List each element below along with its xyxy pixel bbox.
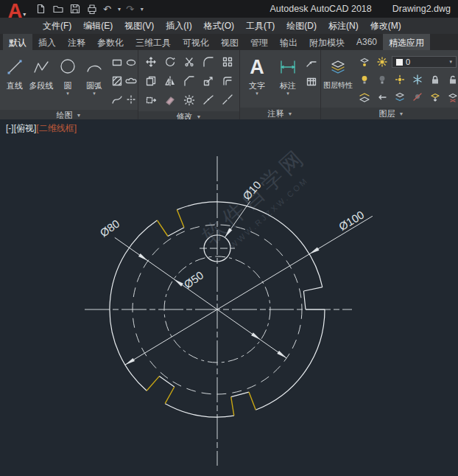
menu-draw[interactable]: 绘图(D)	[281, 18, 323, 35]
line-icon	[6, 53, 24, 81]
arc-tool-button[interactable]: 圆弧 ▾	[81, 52, 108, 110]
viewport-menu-control[interactable]: [-]	[6, 123, 14, 133]
layer-prev-icon[interactable]	[374, 89, 390, 105]
menu-file[interactable]: 文件(F)	[37, 18, 77, 35]
tab-view[interactable]: 视图	[215, 34, 244, 50]
dimension-tool-button[interactable]: 标注 ▾	[272, 52, 303, 108]
explode-icon[interactable]	[181, 92, 197, 108]
viewport-controls[interactable]: [-][俯视][二维线框]	[6, 122, 77, 135]
copy-icon[interactable]	[143, 73, 159, 89]
freeze-icon[interactable]	[409, 71, 426, 88]
text-dropdown-icon[interactable]: ▾	[256, 91, 258, 97]
undo-icon[interactable]: ↶	[103, 4, 111, 14]
panel-modify-expand-icon[interactable]: ▼	[197, 114, 202, 119]
new-file-icon[interactable]	[35, 3, 47, 15]
panel-annotate-footer[interactable]: 注释 ▼	[240, 108, 320, 119]
bulb-off-icon[interactable]	[374, 71, 390, 88]
app-menu-arrow-icon: ▾	[23, 11, 26, 18]
modify-tools-grid	[140, 52, 239, 111]
unlock-icon[interactable]	[445, 71, 458, 88]
tab-annotate[interactable]: 注释	[62, 34, 91, 50]
qat-menu-arrow-icon[interactable]: ▾	[141, 6, 144, 13]
autocad-app-button[interactable]: A ▾	[3, 1, 31, 32]
tab-insert[interactable]: 插入	[32, 34, 62, 50]
erase-icon[interactable]	[162, 92, 178, 108]
tab-home[interactable]: 默认	[3, 34, 32, 50]
undo-dropdown-icon[interactable]: ▾	[118, 6, 121, 13]
layer-isolate-icon[interactable]	[356, 54, 373, 70]
panel-draw-expand-icon[interactable]: ▼	[77, 113, 82, 118]
autocad-logo: A	[8, 1, 23, 23]
layer-delete-icon[interactable]	[445, 89, 458, 105]
tab-featured-apps[interactable]: 精选应用	[383, 34, 430, 50]
tab-output[interactable]: 输出	[274, 34, 303, 50]
tab-parametric[interactable]: 参数化	[91, 34, 130, 50]
viewport-visual-style-control[interactable]: [二维线框]	[36, 123, 77, 133]
text-tool-button[interactable]: A 文字 ▾	[242, 52, 272, 108]
menu-view[interactable]: 视图(V)	[119, 18, 160, 35]
revision-cloud-icon[interactable]	[123, 73, 139, 89]
layer-select[interactable]: 0 ▾	[392, 56, 457, 68]
drawing-canvas[interactable]: [-][俯视][二维线框] 软件自学网 WWW.RJZXW.COM	[0, 119, 458, 476]
open-folder-icon[interactable]	[52, 3, 64, 15]
panel-annotate: A 文字 ▾ 标注 ▾ 注释 ▼	[240, 50, 321, 119]
dimension-dropdown-icon[interactable]: ▾	[286, 91, 289, 97]
fillet-icon[interactable]	[200, 54, 216, 70]
tab-a360[interactable]: A360	[350, 34, 383, 50]
layer-match-icon[interactable]	[356, 89, 373, 105]
menu-modify[interactable]: 修改(M)	[364, 18, 407, 35]
sun-small-icon[interactable]	[392, 71, 408, 88]
arc-dropdown-icon[interactable]: ▾	[93, 91, 96, 97]
ribbon: 直线 多段线 圆 ▾ 圆弧 ▾	[0, 50, 458, 119]
menu-format[interactable]: 格式(O)	[198, 18, 240, 35]
polyline-tool-button[interactable]: 多段线	[28, 52, 54, 110]
circle-dropdown-icon[interactable]: ▾	[66, 91, 69, 97]
line-tool-button[interactable]: 直线	[1, 52, 28, 110]
menubar: 文件(F) 编辑(E) 视图(V) 插入(I) 格式(O) 工具(T) 绘图(D…	[0, 18, 458, 34]
menu-insert[interactable]: 插入(I)	[160, 18, 197, 35]
mirror-icon[interactable]	[162, 73, 178, 89]
multileader-icon[interactable]	[303, 55, 320, 71]
layer-off-icon[interactable]	[409, 89, 426, 105]
offset-icon[interactable]	[219, 73, 236, 89]
panel-layers-footer[interactable]: 图层 ▼	[321, 108, 458, 119]
panel-layers-expand-icon[interactable]: ▼	[399, 111, 404, 116]
move-icon[interactable]	[143, 54, 159, 70]
scale-icon[interactable]	[200, 73, 216, 89]
tab-visualize[interactable]: 可视化	[177, 34, 215, 50]
tab-manage[interactable]: 管理	[244, 34, 274, 50]
lock-icon[interactable]	[427, 71, 443, 88]
ellipse-icon[interactable]	[123, 55, 139, 71]
rotate-icon[interactable]	[162, 54, 178, 70]
menu-tools[interactable]: 工具(T)	[240, 18, 281, 35]
trim-icon[interactable]	[181, 54, 197, 70]
panel-annotate-expand-icon[interactable]: ▼	[288, 111, 293, 116]
redo-icon[interactable]: ↷	[126, 4, 134, 14]
circle-tool-button[interactable]: 圆 ▾	[54, 52, 81, 110]
break-icon[interactable]	[219, 92, 236, 108]
stretch-icon[interactable]	[143, 92, 159, 108]
titlebar: ↶ ▾ ↷ ▾ Autodesk AutoCAD 2018 Drawing2.d…	[0, 0, 458, 18]
menu-edit[interactable]: 编辑(E)	[77, 18, 119, 35]
join-icon[interactable]	[200, 92, 216, 108]
plot-icon[interactable]	[86, 3, 98, 15]
tab-3dtools[interactable]: 三维工具	[130, 34, 177, 50]
save-icon[interactable]	[69, 3, 81, 15]
array-icon[interactable]	[219, 54, 236, 70]
viewport-view-control[interactable]: [俯视]	[14, 123, 37, 133]
point-icon[interactable]	[123, 91, 139, 108]
line-label: 直线	[7, 81, 23, 90]
layer-walk-icon[interactable]	[392, 89, 408, 105]
bulb-on-icon[interactable]	[356, 71, 373, 88]
table-icon[interactable]	[303, 74, 320, 90]
circle-icon	[59, 53, 77, 81]
product-name: Autodesk AutoCAD 2018	[269, 4, 371, 14]
chamfer-icon[interactable]	[181, 73, 197, 89]
layer-properties-button[interactable]: 图层特性	[323, 52, 353, 108]
tab-addins[interactable]: 附加模块	[303, 34, 350, 50]
layer-merge-icon[interactable]	[427, 89, 443, 105]
sun-icon[interactable]	[374, 54, 390, 70]
menu-dimension[interactable]: 标注(N)	[323, 18, 364, 35]
quick-access-toolbar: ↶ ▾ ↷ ▾	[35, 3, 144, 15]
layer-color-swatch	[396, 59, 403, 66]
